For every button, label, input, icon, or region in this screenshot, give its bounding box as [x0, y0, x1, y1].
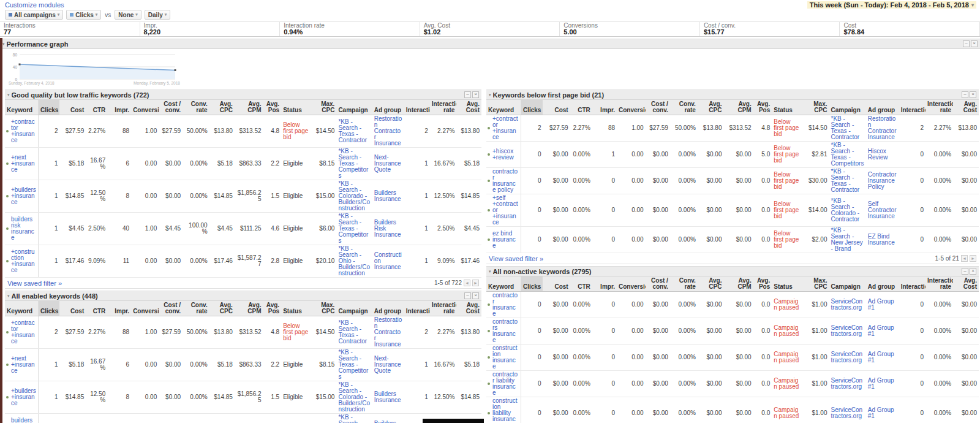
keyword-link[interactable]: ez bind insurance [486, 227, 521, 253]
column-header[interactable]: Avg. CPM [235, 100, 263, 115]
column-header[interactable]: Cost [59, 301, 86, 316]
link-cell[interactable]: Restoration Contractor Insurance [372, 316, 404, 349]
minimize-icon[interactable]: – [962, 268, 968, 275]
column-header[interactable]: Clicks [521, 276, 543, 292]
column-header[interactable]: Impr. [107, 301, 131, 316]
keyword-link[interactable]: +next +insurance [5, 349, 38, 381]
link-cell[interactable]: *KB - Search - Colorado - Contractor [829, 194, 865, 227]
link-cell[interactable]: ServiceContractors.org [829, 345, 865, 371]
column-header[interactable]: Avg. CPM [723, 276, 753, 292]
link-cell[interactable]: *KB - Search - Texas - Competitors [829, 142, 865, 168]
minimize-icon[interactable]: – [464, 91, 471, 98]
keyword-link[interactable]: contractor insurance [486, 292, 521, 318]
column-header[interactable]: Cost [543, 276, 570, 292]
column-header[interactable]: Ad group [866, 276, 899, 292]
next-page-button[interactable]: ► [472, 280, 479, 286]
module-header[interactable]: ▾ Performance graph – × [0, 39, 980, 49]
keyword-link[interactable]: builders risk insurance [5, 213, 38, 245]
close-icon[interactable]: × [970, 268, 976, 275]
column-header[interactable]: Avg. Pos [263, 100, 282, 115]
link-cell[interactable]: *KB - Search - Texas - Competitors [336, 349, 372, 381]
column-header[interactable]: Conversions [617, 276, 646, 292]
link-cell[interactable]: Builders Risk Insurance [372, 213, 404, 245]
minimize-icon[interactable]: – [464, 292, 471, 299]
column-header[interactable]: Max. CPC [311, 100, 336, 115]
column-header[interactable]: Avg. Cost [953, 100, 979, 115]
column-header[interactable]: Status [281, 301, 311, 316]
collapse-icon[interactable]: ▾ [7, 93, 10, 97]
column-header[interactable]: Clicks [521, 100, 543, 115]
column-header[interactable]: Status [281, 100, 311, 115]
column-header[interactable]: Keyword [5, 100, 38, 115]
column-header[interactable]: Conv. rate [670, 100, 698, 115]
collapse-icon[interactable]: ▾ [489, 93, 491, 97]
link-cell[interactable]: Builders Insurance [372, 180, 404, 213]
link-cell[interactable]: Builders Risk Insurance [372, 414, 404, 423]
close-icon[interactable]: × [472, 292, 479, 299]
column-header[interactable]: Clicks [38, 100, 59, 115]
column-header[interactable]: Avg. Cost [456, 100, 481, 115]
column-header[interactable]: Cost / conv. [646, 100, 670, 115]
granularity-button[interactable]: Daily ▾ [145, 10, 170, 20]
column-header[interactable]: Cost / conv. [159, 100, 183, 115]
column-header[interactable]: Avg. Pos [263, 301, 282, 316]
column-header[interactable]: Interaction rate [430, 100, 457, 115]
view-saved-filter-link[interactable]: View saved filter » [7, 280, 62, 287]
column-header[interactable]: Interaction rate [925, 100, 953, 115]
column-header[interactable]: Avg. CPM [235, 301, 263, 316]
close-icon[interactable]: × [971, 40, 978, 47]
link-cell[interactable]: Hiscox Review [866, 142, 899, 168]
collapse-icon[interactable]: ▾ [7, 294, 10, 299]
keyword-link[interactable]: +self +contractor +insurance [486, 194, 521, 227]
keyword-link[interactable]: +hiscox +review [486, 142, 521, 168]
link-cell[interactable]: EZ Bind Insurance [866, 227, 899, 253]
link-cell[interactable]: Ad Group #1 [866, 318, 899, 345]
module-header[interactable]: ▾ Good quality but low traffic keywords … [5, 90, 481, 100]
date-range-selector[interactable]: This week (Sun - Today): Feb 4, 2018 - F… [807, 1, 976, 9]
module-header[interactable]: ▾ Keywords below first page bid (21) – × [486, 90, 979, 100]
link-cell[interactable]: Ad Group #1 [866, 292, 899, 318]
column-header[interactable]: Cost / conv. [646, 276, 670, 292]
link-cell[interactable]: Ad Group #1 [866, 371, 899, 397]
link-cell[interactable]: ServiceContractors.org [829, 292, 865, 318]
link-cell[interactable]: *KB - Search - New Jersey - Brand [829, 227, 865, 253]
link-cell[interactable]: Construction Insurance [372, 245, 404, 278]
close-icon[interactable]: × [970, 91, 976, 98]
column-header[interactable]: Avg. Cost [456, 301, 481, 316]
column-header[interactable]: Clicks [38, 301, 59, 316]
column-header[interactable]: Interaction rate [430, 301, 457, 316]
column-header[interactable]: Max. CPC [802, 100, 829, 115]
column-header[interactable]: Avg. Pos [753, 100, 772, 115]
column-header[interactable]: Conv. rate [670, 276, 698, 292]
minimize-icon[interactable]: – [962, 91, 968, 98]
column-header[interactable]: Interactions [404, 100, 430, 115]
column-header[interactable]: Campaign [336, 301, 372, 316]
link-cell[interactable]: Next-Insurance Quote [372, 148, 404, 180]
link-cell[interactable]: Builders Insurance [372, 381, 404, 414]
column-header[interactable]: Avg. Pos [753, 276, 772, 292]
link-cell[interactable]: Restoration Contractor Insurance [372, 115, 404, 148]
column-header[interactable]: Cost [543, 100, 570, 115]
column-header[interactable]: Conv. rate [183, 301, 209, 316]
column-header[interactable]: Campaign [829, 100, 865, 115]
column-header[interactable]: Interaction rate [925, 276, 953, 292]
link-cell[interactable]: *KB - Search - Colorado - Builders/Const… [336, 180, 372, 213]
column-header[interactable]: Avg. CPC [698, 100, 724, 115]
column-header[interactable]: CTR [570, 100, 592, 115]
column-header[interactable]: Conversions [617, 100, 646, 115]
link-cell[interactable]: *KB - Search - Texas - Competitors [336, 148, 372, 180]
link-cell[interactable]: ServiceContractors.org [829, 397, 865, 423]
keyword-link[interactable]: +next +insurance [5, 148, 38, 180]
keyword-link[interactable]: +builders +insurance [5, 180, 38, 213]
link-cell[interactable]: *KB - Search - Texas - Contractor [336, 316, 372, 349]
secondary-metric-button[interactable]: None ▾ [115, 10, 141, 20]
link-cell[interactable]: ServiceContractors.org [829, 318, 865, 345]
close-icon[interactable]: × [472, 91, 479, 98]
keyword-link[interactable]: +contractor +insurance [5, 316, 38, 349]
column-header[interactable]: Campaign [829, 276, 865, 292]
column-header[interactable]: Conv. rate [183, 100, 209, 115]
link-cell[interactable]: ServiceContractors.org [829, 371, 865, 397]
column-header[interactable]: Max. CPC [802, 276, 829, 292]
campaign-selector-button[interactable]: All campaigns ▾ [5, 10, 63, 20]
keyword-link[interactable]: contractors insurance [486, 318, 521, 345]
